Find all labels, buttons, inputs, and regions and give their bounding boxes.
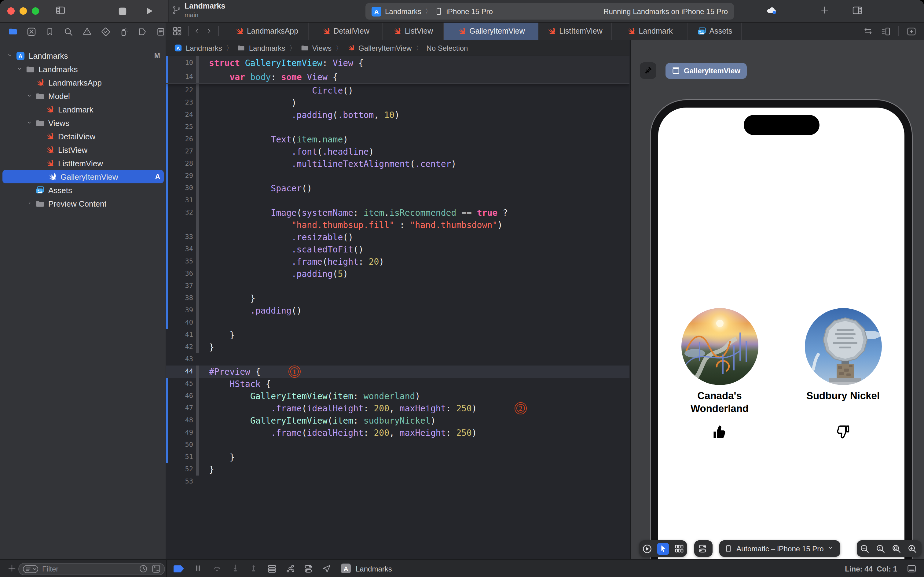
minimize-window-button[interactable] (19, 7, 27, 15)
activity-view[interactable]: A Landmarks 〉 iPhone 15 Pro Running Land… (365, 3, 734, 19)
code-line-43[interactable]: 43 (166, 353, 629, 366)
sidebar-item-landmarks[interactable]: Landmarks (0, 62, 166, 76)
line-number[interactable]: 49 (166, 427, 193, 439)
toggle-navigator-icon[interactable] (55, 5, 66, 15)
code-line-42[interactable]: 42} (166, 341, 629, 353)
go-back-icon[interactable] (195, 27, 200, 35)
tab-landmark[interactable]: Landmark (612, 23, 688, 40)
code-line-33[interactable]: 33 .resizable() (166, 231, 629, 243)
filter-field[interactable]: Filter (18, 562, 165, 575)
inspector-toggle-button[interactable] (851, 5, 863, 15)
line-number[interactable]: 31 (166, 194, 193, 206)
disclosure-down-icon[interactable] (16, 66, 24, 72)
sidebar-item-model[interactable]: Model (0, 89, 166, 103)
variants-button[interactable] (671, 544, 687, 553)
close-window-button[interactable] (7, 7, 14, 15)
line-number[interactable]: 47 (166, 402, 193, 414)
line-number[interactable]: 27 (166, 145, 193, 158)
device-settings-button[interactable] (694, 544, 710, 553)
line-number[interactable]: 32 (166, 206, 193, 219)
editor-options-icon[interactable] (881, 27, 891, 36)
related-items-icon[interactable] (172, 26, 182, 36)
code-line-36[interactable]: 36 .padding(5) (166, 268, 629, 280)
line-number[interactable]: 44 (166, 366, 193, 378)
code-line-25[interactable]: 25 (166, 121, 629, 133)
code-line-49[interactable]: 49 .frame(idealHeight: 200, maxHeight: 2… (166, 427, 629, 439)
zoom-in-button[interactable] (905, 544, 920, 553)
line-number[interactable]: 45 (166, 378, 193, 390)
line-number[interactable]: 53 (166, 475, 193, 488)
code-line-27[interactable]: 27 .font(.headline) (166, 145, 629, 158)
disclosure-down-icon[interactable] (26, 120, 34, 126)
debug-icon[interactable] (119, 26, 130, 37)
line-number[interactable]: 38 (166, 292, 193, 305)
bookmarks-icon[interactable] (45, 26, 56, 37)
line-number[interactable]: 29 (166, 170, 193, 182)
line-number[interactable]: 51 (166, 451, 193, 463)
line-number[interactable]: 40 (166, 317, 193, 329)
preview-device-picker[interactable]: Automatic – iPhone 15 Pro (719, 540, 840, 557)
code-line-32[interactable]: 32 Image(systemName: item.isRecommended … (166, 206, 629, 219)
line-number[interactable]: 28 (166, 158, 193, 170)
flags-filter-icon[interactable] (151, 564, 161, 573)
code-line-34[interactable]: 34 .scaledToFit() (166, 243, 629, 256)
line-number[interactable]: 25 (166, 121, 193, 133)
line-number[interactable]: 10 (166, 56, 193, 70)
tab-listview[interactable]: ListView (383, 23, 444, 40)
run-button[interactable] (145, 6, 154, 16)
selectable-mode-button[interactable] (657, 543, 669, 555)
step-over-button[interactable] (212, 564, 222, 573)
line-number[interactable]: 41 (166, 329, 193, 341)
line-number[interactable]: 14 (166, 70, 193, 84)
line-number[interactable]: 36 (166, 268, 193, 280)
sidebar-item-assets[interactable]: Assets (0, 184, 166, 197)
xcode-cloud-icon[interactable] (765, 5, 778, 15)
reports-icon[interactable] (156, 26, 167, 37)
breakpoints-icon[interactable] (137, 26, 148, 37)
code-line-39[interactable]: 39 .padding() (166, 305, 629, 317)
running-app-name[interactable]: Landmarks (356, 564, 392, 573)
line-number[interactable]: 52 (166, 463, 193, 475)
tab-landmarksapp[interactable]: LandmarksApp (225, 23, 309, 40)
sidebar-item-landmark[interactable]: Landmark (0, 103, 166, 116)
preview-chip[interactable]: GalleryItemView (665, 63, 747, 79)
disclosure-down-icon[interactable] (26, 93, 34, 99)
code-line-28[interactable]: 28 .multilineTextAlignment(.center) (166, 158, 629, 170)
code-line-22[interactable]: 22 Circle() (166, 84, 629, 97)
code-line-53[interactable]: 53 (166, 475, 629, 488)
line-number[interactable]: 43 (166, 353, 193, 366)
line-number[interactable]: 23 (166, 97, 193, 109)
code-line-41[interactable]: 41 } (166, 329, 629, 341)
zoom-to-fit-button[interactable] (889, 544, 905, 553)
line-number[interactable]: 24 (166, 109, 193, 121)
line-number[interactable]: 34 (166, 243, 193, 256)
code-line-29[interactable]: 29 (166, 170, 629, 182)
sidebar-item-galleryitemview[interactable]: GalleryItemViewA (2, 170, 164, 184)
line-number[interactable]: 50 (166, 439, 193, 451)
source-control-icon[interactable] (26, 26, 37, 37)
step-into-button[interactable] (230, 564, 240, 573)
go-forward-icon[interactable] (206, 27, 212, 35)
code-line-51[interactable]: 51 } (166, 451, 629, 463)
breadcrumb-item-views[interactable]: Views (300, 44, 332, 53)
line-number[interactable]: 48 (166, 414, 193, 427)
sidebar-item-landmarks[interactable]: ALandmarksM (0, 49, 166, 62)
line-number[interactable]: 46 (166, 390, 193, 402)
add-file-button[interactable] (7, 564, 16, 573)
step-out-button[interactable] (249, 564, 259, 573)
code-line-30[interactable]: 30 Spacer() (166, 182, 629, 194)
sidebar-item-landmarksapp[interactable]: LandmarksApp (0, 76, 166, 89)
tab-detailview[interactable]: DetailView (309, 23, 383, 40)
code-review-icon[interactable] (863, 27, 873, 35)
breakpoints-toggle-button[interactable] (174, 565, 184, 572)
memory-graph-button[interactable] (285, 564, 295, 573)
code-line-wrapped[interactable]: "hand.thumbsup.fill" : "hand.thumbsdown"… (166, 219, 629, 231)
sidebar-item-views[interactable]: Views (0, 116, 166, 130)
tests-icon[interactable] (100, 26, 111, 37)
breadcrumb-item-landmarks[interactable]: ALandmarks (174, 44, 222, 53)
simulate-location-button[interactable] (322, 564, 331, 573)
debug-area-toggle[interactable] (906, 564, 917, 573)
line-number[interactable]: 30 (166, 182, 193, 194)
tab-listitemview[interactable]: ListItemView (538, 23, 612, 40)
issues-icon[interactable] (82, 26, 93, 37)
